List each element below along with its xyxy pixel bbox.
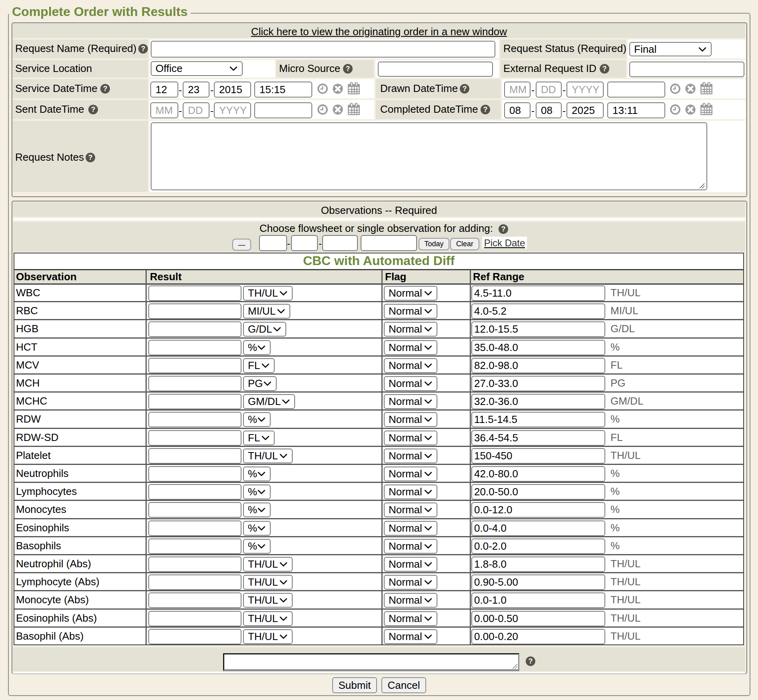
svg-text:?: ? — [91, 106, 96, 114]
svg-text:?: ? — [103, 85, 108, 93]
svg-text:?: ? — [501, 225, 506, 233]
svg-text:?: ? — [463, 85, 467, 93]
svg-text:?: ? — [529, 657, 533, 665]
svg-text:?: ? — [483, 106, 488, 114]
svg-text:?: ? — [346, 65, 350, 73]
svg-text:?: ? — [602, 65, 607, 73]
svg-text:?: ? — [88, 154, 93, 162]
svg-text:?: ? — [141, 45, 146, 53]
